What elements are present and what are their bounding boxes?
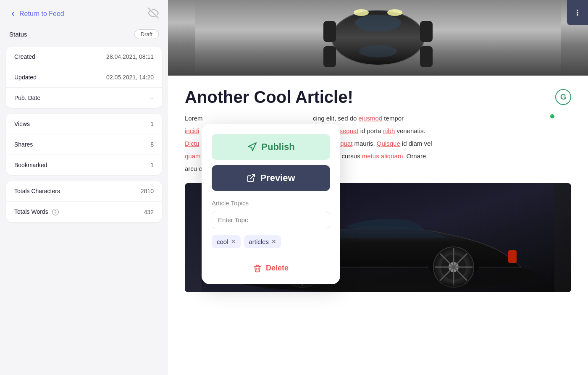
body-text-1: Lorem [185,115,203,122]
views-label: Views [14,121,30,127]
right-tab[interactable] [567,0,588,25]
svg-rect-8 [323,46,336,67]
totals-card: Totals Characters 2810 Totals Words ? 43… [6,181,162,222]
topics-input[interactable] [218,216,324,223]
green-dot-indicator [550,114,554,118]
right-tab-icon [574,9,581,16]
topics-tags: cool ✕ articles ✕ [212,235,330,248]
pubdate-label: Pub. Date [14,94,40,101]
svg-point-4 [355,15,401,31]
topics-label: Article Topics [212,199,330,207]
tag-cool-remove[interactable]: ✕ [231,239,236,245]
svg-line-33 [251,175,255,179]
delete-label: Delete [266,264,289,273]
popup-panel: Publish Preview Article Topics cool ✕ ar… [202,124,340,284]
info-card: Created 28.04.2021, 08:11 Updated 02.05.… [6,47,162,108]
words-value: 432 [144,209,154,215]
return-label: Return to Feed [19,10,64,18]
article-title-row: Another Cool Article! G [168,76,588,113]
updated-row: Updated 02.05.2021, 14:20 [6,67,162,88]
svg-point-36 [577,14,578,15]
trash-icon [253,264,262,273]
updated-value: 02.05.2021, 14:20 [106,74,154,81]
main-content: Another Cool Article! G Lorem cing elit,… [168,0,588,375]
body-link-3a: Dictu [185,140,199,147]
stats-card: Views 1 Shares 8 Bookmarked 1 [6,114,162,175]
publish-button[interactable]: Publish [212,134,330,160]
sidebar: Return to Feed Status Draft Created 28.0… [0,0,168,375]
views-row: Views 1 [6,114,162,134]
megaphone-icon [247,142,257,152]
topics-input-wrap[interactable] [212,211,330,229]
words-help-icon[interactable]: ? [52,209,59,215]
svg-point-10 [354,9,369,16]
shares-value: 8 [150,141,154,148]
tag-cool: cool ✕ [212,235,241,248]
svg-rect-6 [323,21,336,42]
tag-articles: articles ✕ [244,235,281,248]
delete-button[interactable]: Delete [212,264,330,273]
hero-car-svg [195,0,561,76]
return-to-feed-link[interactable]: Return to Feed [9,10,64,18]
shares-row: Shares 8 [6,134,162,155]
svg-point-34 [577,10,578,11]
characters-row: Totals Characters 2810 [6,181,162,202]
body-link-2a: incidi [185,127,199,134]
pubdate-value: -- [150,94,154,101]
svg-rect-9 [420,46,433,67]
svg-point-5 [359,45,397,58]
hero-image [168,0,588,76]
bookmarked-value: 1 [150,162,154,168]
bookmarked-row: Bookmarked 1 [6,155,162,175]
preview-label: Preview [260,173,295,184]
body-text-1b: cing elit, sed do eiusmod tempor [313,115,404,122]
svg-rect-30 [508,250,517,263]
created-label: Created [14,53,35,60]
characters-value: 2810 [141,188,154,194]
status-label: Status [9,31,27,38]
body-link-4a: quam [185,152,201,160]
chevron-left-icon [9,10,17,18]
characters-label: Totals Characters [14,188,60,194]
created-value: 28.04.2021, 08:11 [106,53,154,60]
external-link-icon [247,173,256,183]
tag-cool-label: cool [217,238,228,245]
views-value: 1 [150,121,154,127]
grammar-check-icon[interactable]: G [555,89,571,105]
svg-point-35 [577,12,578,13]
tag-articles-label: articles [249,238,269,245]
words-row: Totals Words ? 432 [6,202,162,222]
tag-articles-remove[interactable]: ✕ [271,239,276,245]
shares-label: Shares [14,141,33,148]
publish-label: Publish [261,142,294,152]
words-label: Totals Words ? [14,208,59,215]
bookmarked-label: Bookmarked [14,162,47,168]
created-row: Created 28.04.2021, 08:11 [6,47,162,67]
pubdate-row: Pub. Date -- [6,88,162,108]
popup-divider [212,256,330,256]
svg-rect-7 [420,21,433,42]
eye-slash-icon[interactable] [148,8,159,20]
preview-button[interactable]: Preview [212,165,330,191]
status-row: Status Draft [0,27,168,47]
updated-label: Updated [14,74,37,81]
svg-point-11 [387,9,402,16]
sidebar-header: Return to Feed [0,0,168,27]
article-title: Another Cool Article! [185,87,549,107]
status-badge: Draft [134,29,159,39]
body-text-5: arcu c [185,165,202,172]
